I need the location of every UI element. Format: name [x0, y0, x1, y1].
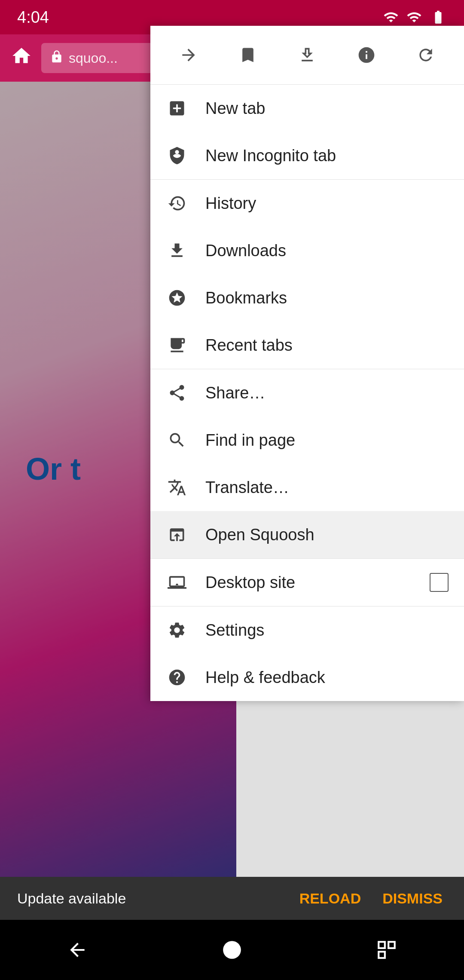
- history-label: History: [205, 194, 449, 213]
- menu-item-find-in-page[interactable]: Find in page: [150, 416, 464, 464]
- home-button[interactable]: [9, 45, 34, 71]
- desktop-icon: [166, 571, 188, 594]
- open-squoosh-label: Open Squoosh: [205, 526, 449, 544]
- downloads-icon: [166, 239, 188, 262]
- settings-label: Settings: [205, 621, 449, 640]
- back-button[interactable]: [60, 933, 95, 967]
- update-banner: Update available RELOAD DISMISS: [0, 877, 464, 920]
- svg-point-0: [223, 941, 241, 959]
- find-in-page-label: Find in page: [205, 431, 449, 450]
- menu-item-settings[interactable]: Settings: [150, 606, 464, 654]
- desktop-site-label: Desktop site: [205, 573, 412, 592]
- menu-item-bookmarks[interactable]: Bookmarks: [150, 274, 464, 322]
- menu-item-open-squoosh[interactable]: Open Squoosh: [150, 511, 464, 558]
- bookmarks-label: Bookmarks: [205, 289, 449, 307]
- desktop-site-checkbox[interactable]: [430, 573, 449, 592]
- share-icon: [166, 382, 188, 404]
- download-button[interactable]: [290, 38, 324, 72]
- status-time: 4:04: [17, 8, 49, 27]
- share-label: Share…: [205, 384, 449, 402]
- svg-rect-3: [379, 952, 385, 958]
- recent-apps-button[interactable]: [369, 933, 404, 967]
- help-feedback-label: Help & feedback: [205, 668, 449, 687]
- menu-item-desktop-site[interactable]: Desktop site: [150, 559, 464, 606]
- translate-icon: [166, 476, 188, 499]
- update-text: Update available: [17, 890, 126, 907]
- battery-icon: [430, 9, 447, 25]
- nav-bar: [0, 920, 464, 980]
- svg-rect-1: [379, 942, 385, 948]
- help-icon: [166, 666, 188, 689]
- new-incognito-tab-label: New Incognito tab: [205, 147, 449, 165]
- dismiss-button[interactable]: DISMISS: [378, 886, 447, 911]
- menu-item-downloads[interactable]: Downloads: [150, 227, 464, 274]
- incognito-icon: [166, 144, 188, 167]
- recent-tabs-icon: [166, 334, 188, 356]
- history-icon: [166, 192, 188, 214]
- info-button[interactable]: [349, 38, 384, 72]
- settings-icon: [166, 619, 188, 641]
- wifi-icon: [406, 9, 422, 25]
- menu-item-translate[interactable]: Translate…: [150, 464, 464, 511]
- security-lock-icon: [50, 50, 64, 67]
- reload-button[interactable]: RELOAD: [295, 886, 366, 911]
- menu-item-share[interactable]: Share…: [150, 369, 464, 416]
- bookmark-button[interactable]: [231, 38, 265, 72]
- menu-item-help-feedback[interactable]: Help & feedback: [150, 654, 464, 701]
- downloads-label: Downloads: [205, 242, 449, 260]
- translate-label: Translate…: [205, 478, 449, 497]
- menu-item-new-tab[interactable]: New tab: [150, 85, 464, 132]
- find-icon: [166, 429, 188, 451]
- menu-item-history[interactable]: History: [150, 180, 464, 227]
- menu-toolbar: [150, 26, 464, 85]
- menu-item-new-incognito-tab[interactable]: New Incognito tab: [150, 132, 464, 179]
- new-tab-label: New tab: [205, 99, 449, 118]
- context-menu: New tab New Incognito tab History Downlo…: [150, 26, 464, 701]
- new-tab-icon: [166, 97, 188, 119]
- recent-tabs-label: Recent tabs: [205, 336, 449, 355]
- svg-rect-2: [388, 942, 395, 948]
- address-text: squoo...: [69, 50, 118, 66]
- signal-icon: [383, 9, 399, 25]
- home-nav-button[interactable]: [215, 933, 249, 967]
- bookmarks-icon: [166, 287, 188, 309]
- open-squoosh-icon: [166, 524, 188, 546]
- status-icons: [383, 9, 447, 25]
- update-actions: RELOAD DISMISS: [295, 886, 447, 911]
- refresh-button[interactable]: [409, 38, 443, 72]
- menu-item-recent-tabs[interactable]: Recent tabs: [150, 322, 464, 369]
- forward-button[interactable]: [171, 38, 206, 72]
